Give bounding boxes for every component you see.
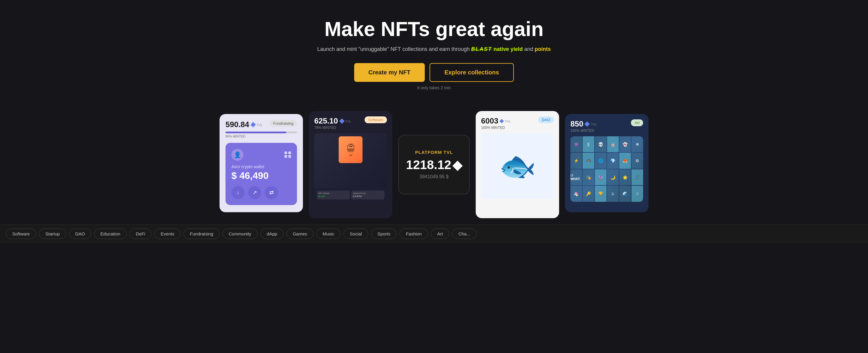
card1-wallet: 👤 Avro crypto wallet $ 46,490 ↓ ↗ ⇄ (225, 143, 297, 205)
software-badge: Software (365, 117, 387, 123)
tags-bar: SoftwareStartupDAOEducationDeFiEventsFun… (0, 224, 868, 243)
wallet-label: Avro crypto wallet (231, 164, 291, 169)
platform-tvl-card: PLATFORM TVL 1218.12 ◆ 3941049.95 $ (398, 135, 470, 194)
eth-icon-5: ◆ (584, 120, 589, 128)
tag-social[interactable]: Social (343, 229, 368, 239)
card2-tvl-block: 625.10 ◆ TVL 78% MINTED (314, 117, 351, 130)
tag-cha---[interactable]: Cha... (452, 229, 476, 239)
software-card[interactable]: 625.10 ◆ TVL 78% MINTED Software 🏺 NFT M… (309, 111, 392, 218)
card5-tvl: 850 ◆ TVL (570, 119, 597, 129)
subtitle-and: and (524, 46, 535, 52)
art-card[interactable]: 850 ◆ TVL 100% MINTED Art 👾 ₿ 💀 🤖 👻 ❄ ⚡ … (565, 114, 648, 212)
avatar-row: 👤 (231, 149, 291, 161)
tag-community[interactable]: Community (222, 229, 258, 239)
tag-fundraising[interactable]: Fundraising (184, 229, 219, 239)
tag-defi[interactable]: DeFi (130, 229, 152, 239)
hero-section: Make NFTs great again Launch and mint "u… (0, 0, 868, 102)
tag-fashion[interactable]: Fashion (399, 229, 428, 239)
dao-badge: DAO (538, 117, 554, 123)
dao-card[interactable]: 6003 ◆ TVL 100% MINTED DAO 🐟 (476, 111, 559, 218)
minted-text: 85% MINTED (225, 134, 297, 138)
art-badge: Art (631, 119, 643, 126)
create-nft-button[interactable]: Create my NFT (354, 63, 425, 82)
tag-art[interactable]: Art (431, 229, 449, 239)
card2-tvl: 625.10 ◆ TVL (314, 117, 351, 126)
wallet-amount: $ 46,490 (231, 170, 291, 181)
eth-icon-center: ◆ (453, 158, 462, 172)
wallet-actions: ↓ ↗ ⇄ (231, 186, 291, 199)
eth-icon-2: ◆ (339, 117, 344, 125)
avatar: 👤 (231, 149, 243, 161)
fundraising-badge: Fundraising (270, 120, 297, 127)
card4-header: 6003 ◆ TVL 100% MINTED DAO (481, 117, 554, 130)
platform-tvl-label: PLATFORM TVL (415, 150, 453, 155)
card4-tvl-block: 6003 ◆ TVL 100% MINTED (481, 117, 511, 130)
hero-title: Make NFTs great again (6, 18, 862, 40)
down-arrow-button[interactable]: ↓ (231, 186, 245, 199)
card1-header: 590.84 ◆ TVL Fundraising (225, 120, 297, 129)
points-text: points (535, 46, 551, 52)
platform-tvl-sub: 3941049.95 $ (420, 174, 448, 180)
hero-subtitle: Launch and mint "unruggable" NFT collect… (6, 46, 862, 53)
cards-section: 590.84 ◆ TVL Fundraising 85% MINTED 👤 (0, 111, 868, 218)
hero-buttons: Create my NFT Explore collections (6, 63, 862, 82)
hero-note: It only takes 2 min (6, 86, 862, 90)
up-arrow-button[interactable]: ↗ (248, 186, 261, 199)
card5-minted: 100% MINTED (570, 129, 597, 133)
explore-collections-button[interactable]: Explore collections (430, 63, 514, 82)
card5-header: 850 ◆ TVL 100% MINTED Art (570, 119, 643, 133)
subtitle-prefix: Launch and mint "unruggable" NFT collect… (317, 46, 471, 52)
grid-icon (284, 152, 291, 158)
eth-icon: ◆ (250, 121, 255, 128)
tag-games[interactable]: Games (286, 229, 313, 239)
fundraising-card[interactable]: 590.84 ◆ TVL Fundraising 85% MINTED 👤 (220, 114, 303, 212)
platform-tvl-value: 1218.12 ◆ (406, 158, 462, 172)
tag-dao[interactable]: DAO (69, 229, 91, 239)
tag-events[interactable]: Events (154, 229, 181, 239)
nft-preview: 🏺 (339, 136, 363, 163)
card1-tvl-block: 590.84 ◆ TVL (225, 120, 263, 129)
card1-minted-bar: 85% MINTED (225, 132, 297, 138)
minted-fill (225, 132, 286, 133)
blast-text: BLAST (471, 46, 492, 52)
tag-education[interactable]: Education (94, 229, 127, 239)
card5-tvl-block: 850 ◆ TVL 100% MINTED (570, 119, 597, 133)
tag-software[interactable]: Software (6, 229, 36, 239)
subtitle-mid: native yield (494, 46, 523, 52)
card2-minted: 78% MINTED (314, 126, 351, 130)
tag-startup[interactable]: Startup (39, 229, 66, 239)
pixel-fish: 🐟 (481, 133, 554, 199)
tag-music[interactable]: Music (316, 229, 340, 239)
eth-icon-4: ◆ (499, 118, 504, 124)
mini-card-1: NFT Market ● Live (317, 191, 350, 199)
mini-card-2: Staked Funds 0.5 ETH (351, 191, 384, 199)
art-pattern: 👾 ₿ 💀 🤖 👻 ❄ ⚡ 🎮 🌐 💎 🦊 ⚙ !?WHAT! 🎭 🔮 🌙 ⭐ … (570, 136, 643, 202)
screenshot-overlay: NFT Market ● Live Staked Funds 0.5 ETH (314, 188, 387, 202)
card4-tvl: 6003 ◆ TVL (481, 117, 511, 126)
card2-screenshot: 🏺 NFT Market ● Live Staked Funds 0.5 ETH (314, 133, 387, 202)
refresh-button[interactable]: ⇄ (265, 186, 278, 199)
card4-minted: 100% MINTED (481, 126, 511, 130)
card2-header: 625.10 ◆ TVL 78% MINTED Software (314, 117, 387, 130)
tag-dapp[interactable]: dApp (261, 229, 284, 239)
tag-sports[interactable]: Sports (371, 229, 397, 239)
card1-tvl: 590.84 ◆ TVL (225, 120, 263, 129)
